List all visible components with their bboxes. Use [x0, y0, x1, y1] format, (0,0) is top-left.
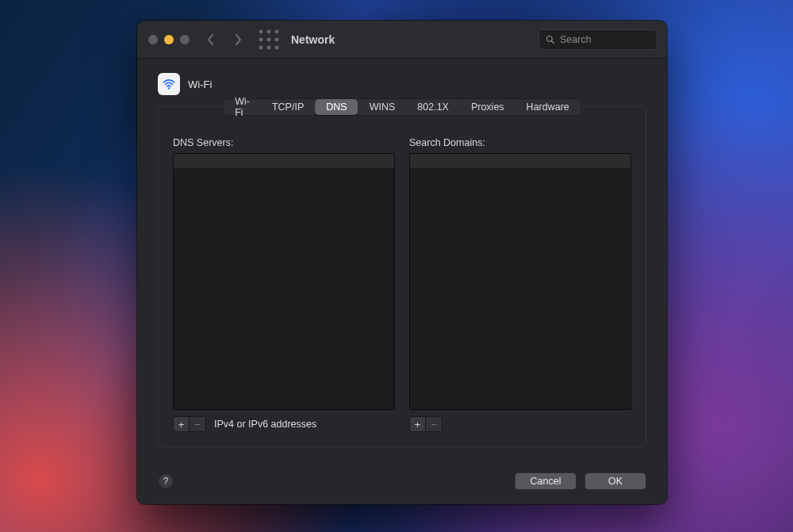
- tab-8021x[interactable]: 802.1X: [406, 99, 460, 115]
- svg-point-4: [267, 37, 271, 41]
- svg-point-11: [168, 87, 170, 89]
- search-field[interactable]: [538, 29, 657, 50]
- svg-point-2: [275, 29, 279, 33]
- window-title: Network: [291, 33, 335, 46]
- wifi-icon: [158, 73, 180, 95]
- search-domains-footer: + −: [409, 416, 631, 432]
- network-preferences-window: Network Wi-Fi Wi-Fi TCP/IP DNS WINS 802.…: [137, 21, 667, 504]
- dns-hint: IPv4 or IPv6 addresses: [214, 419, 316, 430]
- svg-point-6: [259, 45, 263, 49]
- cancel-button[interactable]: Cancel: [515, 473, 577, 490]
- dns-servers-add-remove: + −: [173, 416, 206, 432]
- dns-servers-column: DNS Servers: + − IPv4 or IPv6 addresses: [173, 137, 395, 432]
- tab-dns[interactable]: DNS: [315, 99, 358, 115]
- chevron-right-icon: [234, 34, 242, 45]
- dialog-footer: ? Cancel OK: [158, 473, 646, 490]
- add-dns-server-button[interactable]: +: [174, 417, 190, 431]
- dns-servers-footer: + − IPv4 or IPv6 addresses: [173, 416, 395, 432]
- traffic-lights: [148, 35, 190, 44]
- interface-header: Wi-Fi: [158, 73, 646, 95]
- chevron-left-icon: [207, 34, 215, 45]
- svg-point-1: [267, 29, 271, 33]
- show-all-button[interactable]: [258, 29, 280, 51]
- forward-button[interactable]: [228, 29, 248, 51]
- remove-dns-server-button[interactable]: −: [190, 417, 205, 431]
- search-domains-column: Search Domains: + −: [409, 137, 631, 432]
- list-item[interactable]: [174, 154, 394, 168]
- grid-icon: [258, 29, 280, 51]
- tab-wifi[interactable]: Wi-Fi: [224, 99, 261, 115]
- dns-servers-label: DNS Servers:: [173, 137, 395, 148]
- content-area: Wi-Fi Wi-Fi TCP/IP DNS WINS 802.1X Proxi…: [137, 59, 667, 461]
- tab-proxies[interactable]: Proxies: [460, 99, 515, 115]
- svg-point-3: [259, 37, 263, 41]
- interface-name: Wi-Fi: [188, 78, 212, 90]
- dns-columns: DNS Servers: + − IPv4 or IPv6 addresses …: [173, 137, 631, 432]
- tab-bar: Wi-Fi TCP/IP DNS WINS 802.1X Proxies Har…: [223, 98, 581, 116]
- svg-point-8: [275, 45, 279, 49]
- close-window-button[interactable]: [148, 35, 158, 44]
- minimize-window-button[interactable]: [164, 35, 174, 44]
- search-domains-list[interactable]: [409, 153, 631, 410]
- search-domains-label: Search Domains:: [409, 137, 631, 148]
- help-button[interactable]: ?: [158, 473, 174, 489]
- svg-point-7: [267, 45, 271, 49]
- ok-button[interactable]: OK: [584, 473, 646, 490]
- tab-tcpip[interactable]: TCP/IP: [261, 99, 315, 115]
- back-button[interactable]: [201, 29, 221, 51]
- svg-point-0: [259, 29, 263, 33]
- search-icon: [546, 35, 555, 44]
- search-domains-add-remove: + −: [409, 416, 442, 432]
- search-input[interactable]: [560, 34, 650, 45]
- zoom-window-button[interactable]: [180, 35, 190, 44]
- tab-wins[interactable]: WINS: [358, 99, 407, 115]
- add-search-domain-button[interactable]: +: [410, 417, 426, 431]
- svg-line-10: [552, 40, 554, 43]
- remove-search-domain-button[interactable]: −: [426, 417, 442, 431]
- list-item[interactable]: [410, 154, 630, 168]
- dns-servers-list[interactable]: [173, 153, 395, 410]
- tab-hardware[interactable]: Hardware: [515, 99, 580, 115]
- svg-point-5: [275, 37, 279, 41]
- titlebar: Network: [137, 21, 667, 59]
- advanced-settings-panel: Wi-Fi TCP/IP DNS WINS 802.1X Proxies Har…: [158, 106, 646, 447]
